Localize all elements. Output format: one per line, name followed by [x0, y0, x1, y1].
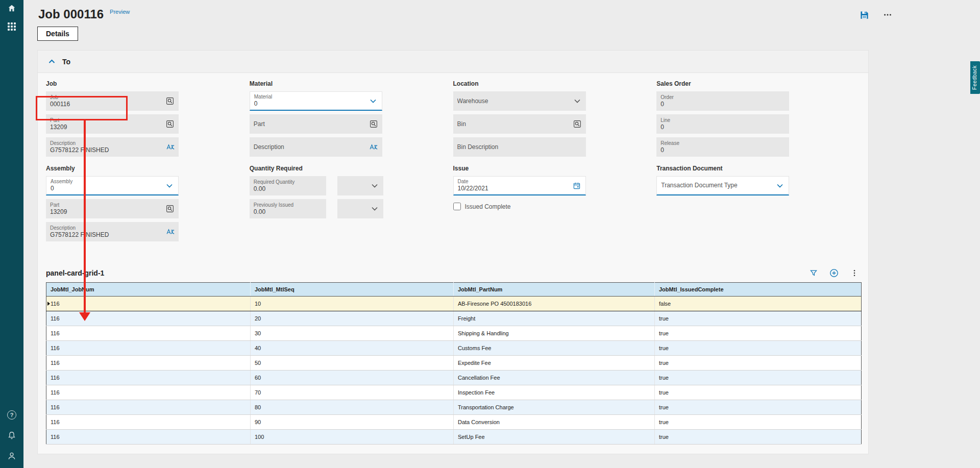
assembly-part-field[interactable]: Part 13209 — [46, 199, 179, 218]
field-value: 0.00 — [254, 208, 322, 215]
required-quantity-field[interactable]: Required Quantity 0.00 — [250, 176, 326, 195]
grid-cell[interactable]: 50 — [251, 356, 454, 371]
warehouse-dropdown[interactable]: Warehouse — [453, 91, 586, 111]
grid-cell[interactable]: 20 — [251, 311, 454, 326]
grid-cell[interactable]: SetUp Fee — [454, 430, 655, 445]
user-icon[interactable] — [7, 451, 17, 461]
grid-cell[interactable]: 116 — [46, 400, 251, 415]
grid-cell[interactable]: Expedite Fee — [454, 356, 655, 371]
job-part-field[interactable]: Part 13209 — [46, 114, 179, 134]
grid-row[interactable]: 11640Customs Feetrue — [46, 341, 862, 356]
grid-row[interactable]: 11630Shipping & Handlingtrue — [46, 326, 862, 341]
search-icon[interactable] — [573, 119, 582, 129]
bin-field[interactable]: Bin — [453, 114, 586, 134]
issue-date-field[interactable]: Date 10/22/2021 — [453, 176, 586, 195]
search-icon[interactable] — [369, 119, 378, 129]
grid-cell[interactable]: Customs Fee — [454, 341, 655, 356]
line-field[interactable]: Line 0 — [656, 114, 789, 134]
grid-row[interactable]: 11620Freighttrue — [46, 311, 862, 326]
material-description-field[interactable]: Description — [250, 137, 382, 157]
grid-kebab-icon[interactable] — [849, 267, 860, 279]
grid-cell[interactable]: 30 — [251, 326, 454, 341]
calendar-icon[interactable] — [572, 181, 581, 190]
issued-complete-checkbox[interactable] — [453, 203, 461, 210]
grid-cell[interactable]: 60 — [251, 371, 454, 385]
order-field[interactable]: Order 0 — [656, 91, 789, 111]
grid-cell[interactable]: true — [655, 356, 862, 371]
material-dropdown[interactable]: Material 0 — [250, 91, 382, 111]
grid-cell[interactable]: Shipping & Handling — [454, 326, 655, 341]
grid-cell[interactable]: true — [655, 415, 862, 430]
apps-grid-icon[interactable] — [7, 21, 17, 32]
help-icon[interactable]: ? — [7, 410, 17, 420]
grid-cell[interactable]: true — [655, 430, 862, 445]
grid-cell[interactable]: 116 — [46, 371, 251, 385]
bin-description-field[interactable]: Bin Description — [453, 137, 586, 157]
assembly-description-field[interactable]: Description G7578122 FINISHED — [46, 222, 179, 241]
grid-cell[interactable]: Transportation Charge — [454, 400, 655, 415]
grid-cell[interactable]: 116 — [46, 430, 251, 445]
grid-cell[interactable]: 100 — [251, 430, 454, 445]
translate-icon[interactable] — [165, 227, 175, 236]
grid-cell[interactable]: 10 — [251, 297, 454, 311]
grid-row[interactable]: 11610AB-Firesone PO 4500183016false — [46, 297, 862, 311]
grid-cell[interactable]: 116 — [46, 297, 251, 311]
grid-cell[interactable]: 116 — [46, 311, 251, 326]
grid-cell[interactable]: 116 — [46, 356, 251, 371]
release-field[interactable]: Release 0 — [656, 137, 789, 157]
column-header[interactable]: JobMtl_IssuedComplete — [655, 283, 862, 297]
previously-issued-field[interactable]: Previously Issued 0.00 — [250, 199, 326, 218]
grid-cell[interactable]: 70 — [251, 385, 454, 400]
grid-row[interactable]: 11650Expedite Feetrue — [46, 356, 862, 371]
material-part-field[interactable]: Part — [250, 114, 382, 134]
grid-cell[interactable]: true — [655, 400, 862, 415]
grid-cell[interactable]: 116 — [46, 341, 251, 356]
transaction-document-type-dropdown[interactable]: Transaction Document Type — [656, 176, 789, 195]
add-row-icon[interactable] — [828, 267, 840, 279]
grid-cell[interactable]: 40 — [251, 341, 454, 356]
previously-issued-uom-dropdown[interactable] — [337, 199, 383, 218]
grid-cell[interactable]: 90 — [251, 415, 454, 430]
grid-row[interactable]: 11660Cancellation Feetrue — [46, 371, 862, 385]
column-header[interactable]: JobMtl_JobNum — [46, 283, 251, 297]
grid-cell[interactable]: Freight — [454, 311, 655, 326]
grid-cell[interactable]: true — [655, 385, 862, 400]
grid-cell[interactable]: 116 — [46, 415, 251, 430]
grid-row[interactable]: 11680Transportation Chargetrue — [46, 400, 862, 415]
job-field[interactable]: Job 000116 — [46, 91, 179, 111]
translate-icon[interactable] — [369, 142, 378, 152]
job-description-field[interactable]: Description G7578122 FINISHED — [46, 137, 179, 157]
search-icon[interactable] — [165, 204, 175, 213]
grid-cell[interactable]: Inspection Fee — [454, 385, 655, 400]
grid-cell[interactable]: true — [655, 371, 862, 385]
feedback-tab[interactable]: Feedback — [970, 61, 980, 94]
grid-row[interactable]: 11690Data Conversiontrue — [46, 415, 862, 430]
grid-cell[interactable]: Data Conversion — [454, 415, 655, 430]
grid-cell[interactable]: 116 — [46, 385, 251, 400]
save-button[interactable] — [859, 9, 870, 20]
filter-icon[interactable] — [808, 267, 819, 279]
grid-cell[interactable]: 116 — [46, 326, 251, 341]
search-icon[interactable] — [165, 119, 175, 129]
grid-cell[interactable]: true — [655, 326, 862, 341]
more-options-button[interactable] — [882, 9, 893, 20]
grid-row[interactable]: 11670Inspection Feetrue — [46, 385, 862, 400]
required-quantity-uom-dropdown[interactable] — [337, 176, 383, 195]
home-icon[interactable] — [7, 3, 17, 13]
assembly-dropdown[interactable]: Assembly 0 — [46, 176, 179, 195]
grid-cell[interactable]: true — [655, 341, 862, 356]
grid-cell[interactable]: false — [655, 297, 862, 311]
grid-cell[interactable]: 80 — [251, 400, 454, 415]
grid-cell[interactable]: AB-Firesone PO 4500183016 — [454, 297, 655, 311]
bell-icon[interactable] — [7, 430, 17, 440]
column-header[interactable]: JobMtl_PartNum — [454, 283, 655, 297]
search-icon[interactable] — [165, 96, 175, 106]
column-header[interactable]: JobMtl_MtlSeq — [251, 283, 454, 297]
tab-details[interactable]: Details — [37, 27, 78, 41]
grid-cell[interactable]: true — [655, 311, 862, 326]
section-to-header[interactable]: To — [38, 51, 868, 73]
grid-cell[interactable]: Cancellation Fee — [454, 371, 655, 385]
translate-icon[interactable] — [165, 142, 175, 152]
preview-link[interactable]: Preview — [110, 9, 130, 15]
grid-row[interactable]: 116100SetUp Feetrue — [46, 430, 862, 445]
